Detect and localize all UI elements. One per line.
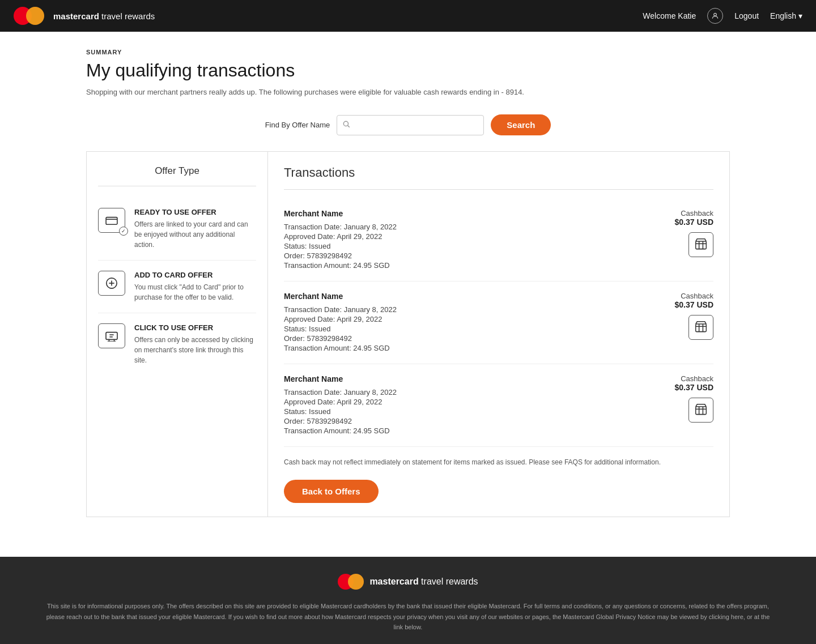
merchant-name: Merchant Name (284, 209, 645, 218)
add-card-offer-icon (98, 271, 125, 296)
main-content: SUMMARY My qualifying transactions Shopp… (68, 32, 748, 534)
left-panel: Offer Type ✓ READY TO USE OFFER Offers a… (87, 152, 268, 517)
cashback-amount: $0.37 USD (675, 383, 713, 392)
offer-type-title: Offer Type (98, 165, 256, 186)
search-input[interactable] (337, 115, 484, 135)
transaction-info: Merchant Name Transaction Date: January … (284, 209, 645, 271)
ready-offer-icon: ✓ (98, 208, 125, 233)
search-icon (342, 120, 350, 130)
transactions-list: Merchant Name Transaction Date: January … (284, 199, 713, 447)
check-badge-icon: ✓ (119, 227, 128, 236)
offer-type-click: CLICK TO USE OFFER Offers can only be ac… (98, 313, 256, 376)
brand-name: mastercard travel rewards (53, 11, 155, 21)
ready-offer-text: READY TO USE OFFER Offers are linked to … (134, 208, 256, 250)
footer-logo-row: mastercard travel rewards (18, 574, 798, 590)
footer-disclaimer: This site is for informational purposes … (18, 601, 798, 644)
footer-brand: mastercard travel rewards (369, 577, 478, 587)
search-button[interactable]: Search (491, 114, 551, 135)
merchant-name: Merchant Name (284, 292, 645, 301)
summary-label: SUMMARY (86, 49, 730, 56)
status: Status: Issued (284, 242, 645, 250)
status: Status: Issued (284, 407, 645, 416)
header-right: Welcome Katie Logout English ▾ (643, 8, 802, 24)
cart-icon (688, 315, 713, 340)
header-left: mastercard travel rewards (14, 7, 155, 25)
svg-point-0 (714, 13, 717, 16)
approved-date: Approved Date: April 29, 2022 (284, 232, 645, 241)
two-col-layout: Offer Type ✓ READY TO USE OFFER Offers a… (86, 151, 730, 517)
cashback-label: Cashback (675, 374, 713, 383)
add-card-offer-text: ADD TO CARD OFFER You must click "Add to… (134, 271, 256, 302)
mc-circle-orange (26, 7, 44, 25)
order: Order: 57839298492 (284, 334, 645, 343)
cashback-label: Cashback (675, 209, 713, 217)
transaction-amount: Transaction Amount: 24.95 SGD (284, 344, 645, 352)
cashback-amount: $0.37 USD (675, 300, 713, 309)
footer-mc-logo (338, 574, 364, 590)
transaction-date: Transaction Date: January 8, 2022 (284, 388, 645, 396)
offer-type-add-card: ADD TO CARD OFFER You must click "Add to… (98, 261, 256, 313)
cart-icon (688, 398, 713, 423)
logout-link[interactable]: Logout (734, 11, 759, 20)
search-input-wrap (337, 115, 484, 135)
chevron-down-icon: ▾ (798, 11, 802, 20)
header: mastercard travel rewards Welcome Katie … (0, 0, 816, 32)
cashback-amount: $0.37 USD (675, 217, 713, 227)
cart-icon (688, 232, 713, 257)
click-offer-icon (98, 323, 125, 348)
order: Order: 57839298492 (284, 417, 645, 425)
welcome-text: Welcome Katie (643, 11, 696, 20)
merchant-name: Merchant Name (284, 374, 645, 383)
transaction-date: Transaction Date: January 8, 2022 (284, 305, 645, 314)
transaction-info: Merchant Name Transaction Date: January … (284, 374, 645, 436)
svg-rect-18 (696, 324, 707, 332)
transaction-date: Transaction Date: January 8, 2022 (284, 223, 645, 231)
transaction-right: Cashback $0.37 USD (645, 209, 713, 257)
transaction-info: Merchant Name Transaction Date: January … (284, 292, 645, 353)
status: Status: Issued (284, 325, 645, 333)
footer: mastercard travel rewards This site is f… (0, 557, 816, 644)
svg-rect-3 (106, 217, 117, 225)
svg-point-1 (344, 121, 348, 126)
svg-rect-14 (696, 241, 707, 249)
transaction-amount: Transaction Amount: 24.95 SGD (284, 261, 645, 270)
approved-date: Approved Date: April 29, 2022 (284, 398, 645, 406)
transaction-right: Cashback $0.37 USD (645, 374, 713, 423)
search-bar: Find By Offer Name Search (86, 114, 730, 135)
offer-type-ready: ✓ READY TO USE OFFER Offers are linked t… (98, 198, 256, 261)
order: Order: 57839298492 (284, 251, 645, 260)
page-subtitle: Shopping with our merchant partners real… (86, 88, 730, 96)
footer-mc-circle-orange (348, 574, 364, 590)
transaction-row: Merchant Name Transaction Date: January … (284, 282, 713, 364)
svg-rect-8 (106, 332, 117, 340)
cashback-label: Cashback (675, 292, 713, 300)
transaction-right: Cashback $0.37 USD (645, 292, 713, 340)
page-title: My qualifying transactions (86, 60, 730, 81)
user-icon[interactable] (707, 8, 723, 24)
transaction-row: Merchant Name Transaction Date: January … (284, 199, 713, 282)
transaction-row: Merchant Name Transaction Date: January … (284, 364, 713, 447)
back-to-offers-button[interactable]: Back to Offers (284, 480, 379, 503)
right-panel: Transactions Merchant Name Transaction D… (268, 152, 729, 517)
svg-line-2 (348, 126, 350, 127)
svg-rect-22 (696, 407, 707, 415)
approved-date: Approved Date: April 29, 2022 (284, 315, 645, 323)
language-selector[interactable]: English ▾ (770, 11, 802, 20)
cashback-note: Cash back may not reflect immediately on… (284, 458, 713, 466)
transaction-amount: Transaction Amount: 24.95 SGD (284, 427, 645, 435)
search-label: Find By Offer Name (265, 121, 330, 129)
transactions-title: Transactions (284, 165, 713, 190)
click-offer-text: CLICK TO USE OFFER Offers can only be ac… (134, 323, 256, 365)
mastercard-logo (14, 7, 44, 25)
